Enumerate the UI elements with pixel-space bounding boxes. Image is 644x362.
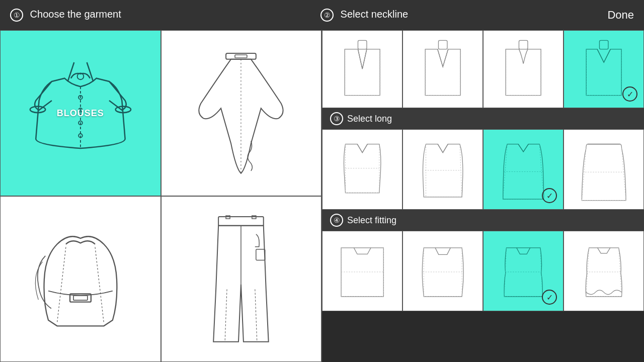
garment-poncho[interactable] [161, 30, 322, 196]
step3-number: ③ [330, 112, 343, 125]
done-button[interactable]: Done [607, 9, 634, 22]
long-option-4[interactable] [564, 129, 644, 210]
fitting-4-icon [572, 239, 635, 303]
options-panel: ✓ ③ Select long [322, 30, 644, 362]
fitting-1-icon [331, 239, 394, 303]
fitting-option-2[interactable] [403, 231, 483, 311]
fitting-option-1[interactable] [322, 231, 403, 311]
neckline-option-3[interactable] [483, 30, 564, 108]
fitting-2-icon [411, 239, 474, 303]
step2-title: ② Select neckline [320, 9, 408, 22]
long-section-header: ③ Select long [322, 108, 644, 129]
selected-checkmark: ✓ [542, 290, 557, 305]
garment-grid: BLOUSES [0, 30, 322, 362]
trousers-icon [173, 209, 309, 349]
step4-label: Select fitting [347, 215, 396, 226]
long-option-3[interactable]: ✓ [483, 129, 564, 210]
selected-checkmark: ✓ [542, 188, 557, 203]
fitting-option-3[interactable]: ✓ [483, 231, 564, 311]
svg-line-15 [57, 247, 65, 323]
svg-rect-36 [599, 41, 608, 49]
step3-label: Select long [347, 114, 392, 124]
svg-line-23 [255, 289, 257, 342]
main-content: BLOUSES [0, 30, 644, 362]
garment-trousers[interactable] [161, 196, 322, 362]
long-option-1[interactable] [322, 129, 403, 210]
neckline-options: ✓ [322, 30, 644, 108]
svg-line-22 [225, 289, 227, 342]
poncho-icon [173, 43, 309, 184]
svg-rect-11 [235, 54, 247, 57]
svg-line-16 [95, 247, 104, 323]
bustier-icon [13, 209, 148, 349]
svg-rect-10 [226, 53, 256, 59]
long-1-icon [331, 138, 394, 201]
neckline-option-4[interactable]: ✓ [564, 30, 644, 108]
garment-label: BLOUSES [57, 108, 104, 119]
neckline-option-2[interactable] [403, 30, 483, 108]
svg-line-0 [67, 62, 74, 81]
fitting-options: ✓ [322, 231, 644, 311]
svg-rect-21 [256, 249, 265, 260]
fitting-section-header: ④ Select fitting [322, 210, 644, 231]
neckline-3-icon [492, 38, 555, 100]
svg-rect-19 [252, 216, 256, 219]
svg-rect-24 [358, 41, 366, 49]
svg-rect-14 [73, 296, 88, 300]
step4-number: ④ [330, 214, 343, 227]
svg-rect-18 [226, 216, 230, 219]
svg-rect-28 [438, 41, 447, 49]
svg-rect-17 [218, 217, 264, 226]
app-header: ① Choose the garment ② Select neckline D… [0, 0, 644, 30]
neckline-option-1[interactable] [322, 30, 403, 108]
step1-title: ① Choose the garment [10, 9, 121, 22]
svg-line-1 [87, 62, 93, 81]
long-option-2[interactable] [403, 129, 483, 210]
svg-rect-32 [519, 41, 527, 49]
garment-bustier[interactable] [0, 196, 161, 362]
neckline-2-icon [411, 38, 474, 100]
garment-blouses[interactable]: BLOUSES [0, 30, 161, 196]
long-options: ✓ [322, 129, 644, 210]
selected-checkmark: ✓ [622, 86, 637, 102]
step2-number: ② [320, 9, 334, 22]
step1-number: ① [10, 9, 23, 22]
long-4-icon [572, 138, 635, 201]
fitting-option-4[interactable] [564, 231, 644, 311]
neckline-1-icon [331, 38, 394, 100]
long-2-icon [411, 138, 474, 201]
